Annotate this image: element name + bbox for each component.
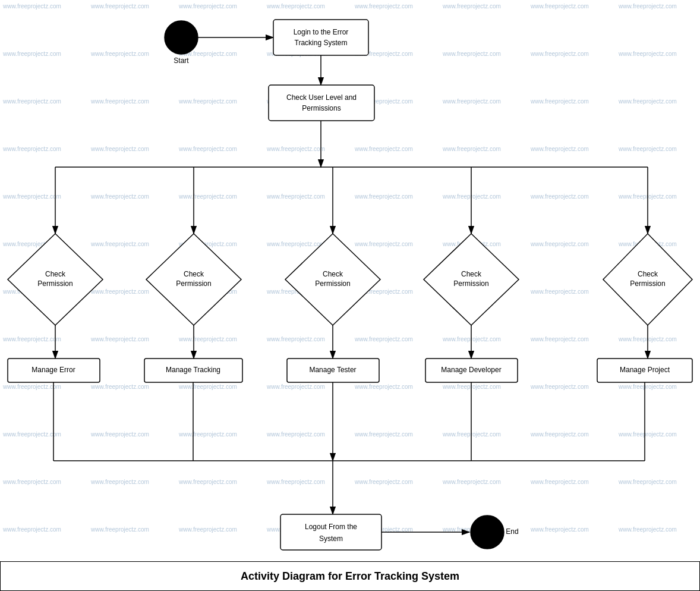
login-box (273, 20, 368, 55)
check-user-text-1: Check User Level and (286, 93, 357, 102)
diamond-1-text-2: Permission (37, 279, 72, 288)
diamond-2-text-1: Check (184, 270, 204, 278)
bottom-title-bar: Activity Diagram for Error Tracking Syst… (0, 561, 700, 591)
start-circle (165, 21, 198, 54)
manage-error-text: Manage Error (31, 366, 75, 374)
diagram-container: Start Login to the Error Tracking System… (0, 0, 700, 591)
manage-project-text: Manage Project (620, 366, 670, 374)
manage-developer-text: Manage Developer (441, 366, 501, 374)
manage-tracking-text: Manage Tracking (166, 366, 220, 374)
check-user-box (269, 85, 374, 121)
diamond-4-text-2: Permission (453, 279, 488, 288)
manage-tester-text: Manage Tester (309, 366, 356, 374)
diamond-1-text-1: Check (45, 270, 66, 278)
logout-text-2: System (319, 535, 343, 543)
diamond-3-text-1: Check (323, 270, 343, 278)
diamond-4-text-1: Check (461, 270, 482, 278)
diamond-5-text-2: Permission (630, 279, 665, 288)
diamond-2-text-2: Permission (176, 279, 211, 288)
login-text-1: Login to the Error (294, 28, 349, 36)
login-text-2: Tracking System (295, 39, 348, 47)
diagram-title: Activity Diagram for Error Tracking Syst… (241, 570, 459, 583)
diamond-5-text-1: Check (638, 270, 658, 278)
logout-box (280, 514, 381, 550)
logout-text-1: Logout From the (305, 523, 357, 531)
check-user-text-2: Permissions (302, 104, 340, 112)
start-label: Start (174, 56, 189, 65)
end-circle (471, 515, 504, 549)
diamond-3-text-2: Permission (315, 279, 350, 288)
end-label: End (506, 527, 518, 536)
